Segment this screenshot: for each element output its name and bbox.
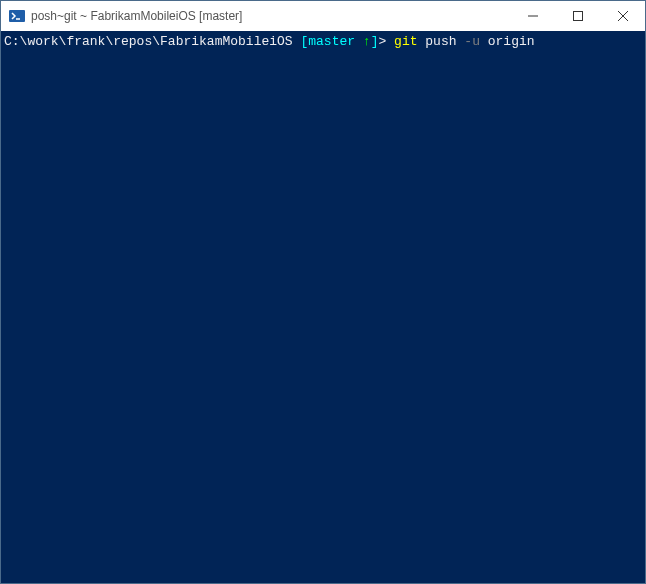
maximize-button[interactable]	[555, 1, 600, 31]
powershell-icon	[9, 8, 25, 24]
cmd-git: git	[394, 34, 417, 49]
cmd-push: push	[418, 34, 465, 49]
close-button[interactable]	[600, 1, 645, 31]
window-controls	[510, 1, 645, 31]
branch-name: master	[308, 34, 355, 49]
cmd-flag: -u	[464, 34, 480, 49]
svg-rect-0	[9, 10, 25, 22]
branch-close: ]	[371, 34, 379, 49]
minimize-button[interactable]	[510, 1, 555, 31]
svg-rect-3	[573, 12, 582, 21]
terminal-area[interactable]: C:\work\frank\repos\FabrikamMobileiOS [m…	[1, 31, 645, 583]
prompt-caret: >	[379, 34, 395, 49]
cmd-origin: origin	[480, 34, 535, 49]
powershell-window: posh~git ~ FabrikamMobileiOS [master] C:…	[0, 0, 646, 584]
branch-indicator: ↑	[355, 34, 371, 49]
window-title: posh~git ~ FabrikamMobileiOS [master]	[31, 9, 510, 23]
branch-open: [	[293, 34, 309, 49]
prompt-path: C:\work\frank\repos\FabrikamMobileiOS	[4, 34, 293, 49]
titlebar[interactable]: posh~git ~ FabrikamMobileiOS [master]	[1, 1, 645, 31]
